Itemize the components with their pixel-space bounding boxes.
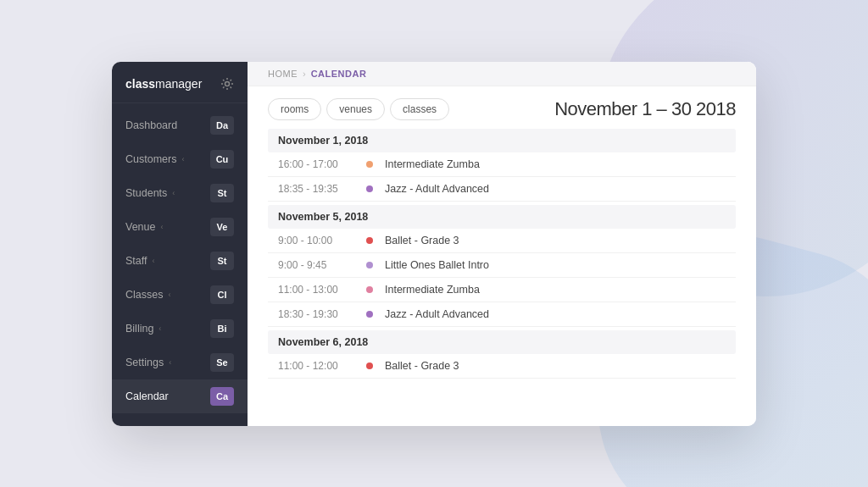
event-time: 18:35 - 19:35	[278, 183, 354, 195]
nav-label: Staff	[125, 255, 147, 267]
content-area: roomsvenuesclasses November 1 – 30 2018 …	[248, 86, 756, 426]
content-header: roomsvenuesclasses November 1 – 30 2018	[248, 86, 756, 129]
event-time: 9:00 - 9:45	[278, 259, 354, 271]
chevron-icon: ‹	[159, 324, 161, 333]
filter-btn-rooms[interactable]: rooms	[268, 98, 321, 120]
event-row: 9:00 - 10:00 Ballet - Grade 3	[268, 229, 736, 253]
event-name: Jazz - Adult Advanced	[385, 308, 489, 320]
filter-buttons: roomsvenuesclasses	[268, 98, 449, 120]
sidebar-item-billing[interactable]: Billing ‹ Bi	[112, 312, 248, 346]
sidebar-item-students[interactable]: Students ‹ St	[112, 176, 248, 210]
nav-badge: St	[210, 184, 234, 202]
event-dot	[366, 286, 373, 293]
sidebar-header: classmanager	[112, 62, 248, 103]
event-time: 18:30 - 19:30	[278, 308, 354, 320]
date-group: November 6, 2018 11:00 - 12:00 Ballet - …	[268, 330, 736, 379]
event-time: 11:00 - 12:00	[278, 360, 354, 372]
filter-btn-classes[interactable]: classes	[390, 98, 449, 120]
nav-items: Dashboard Da Customers ‹ Cu Students ‹ S…	[112, 103, 248, 426]
nav-label: Customers	[125, 153, 176, 165]
event-row: 11:00 - 12:00 Ballet - Grade 3	[268, 354, 736, 379]
nav-item-left: Customers ‹	[125, 153, 184, 165]
nav-item-left: Venue ‹	[125, 221, 163, 233]
event-name: Jazz - Adult Advanced	[385, 183, 489, 195]
main-content: HOME › CALENDAR roomsvenuesclasses Novem…	[248, 62, 756, 426]
nav-item-left: Students ‹	[125, 187, 175, 199]
chevron-icon: ‹	[152, 257, 154, 265]
breadcrumb: HOME › CALENDAR	[248, 62, 756, 86]
sidebar-item-staff[interactable]: Staff ‹ St	[112, 244, 248, 278]
event-time: 9:00 - 10:00	[278, 235, 354, 246]
nav-badge: Cu	[210, 150, 234, 169]
breadcrumb-separator: ›	[303, 69, 306, 79]
event-dot	[366, 262, 373, 268]
nav-item-left: Billing ‹	[125, 323, 161, 335]
event-name: Intermediate Zumba	[385, 284, 480, 296]
nav-label: Classes	[125, 289, 163, 301]
app-window: classmanager Dashboard Da Customers ‹ Cu…	[112, 62, 756, 426]
sidebar-item-venue[interactable]: Venue ‹ Ve	[112, 210, 248, 244]
chevron-icon: ‹	[169, 358, 171, 367]
sidebar-item-customers[interactable]: Customers ‹ Cu	[112, 142, 248, 176]
event-name: Intermediate Zumba	[385, 158, 480, 170]
event-dot	[366, 185, 373, 192]
nav-item-left: Dashboard	[125, 119, 177, 131]
event-row: 18:30 - 19:30 Jazz - Adult Advanced	[268, 302, 736, 327]
svg-point-0	[225, 81, 230, 86]
nav-item-left: Staff ‹	[125, 255, 154, 267]
nav-label: Billing	[125, 323, 153, 335]
chevron-icon: ‹	[168, 291, 170, 299]
date-header: November 5, 2018	[268, 205, 736, 229]
sidebar-item-dashboard[interactable]: Dashboard Da	[112, 108, 248, 142]
event-row: 18:35 - 19:35 Jazz - Adult Advanced	[268, 177, 736, 202]
sidebar-item-calendar[interactable]: Calendar Ca	[112, 379, 248, 413]
nav-badge: Ve	[210, 218, 234, 236]
month-title: November 1 – 30 2018	[554, 98, 736, 120]
nav-badge: Ca	[210, 387, 234, 406]
event-name: Ballet - Grade 3	[385, 360, 459, 372]
nav-label: Venue	[125, 221, 155, 233]
event-dot	[366, 362, 373, 369]
nav-item-left: Settings ‹	[125, 357, 171, 368]
date-group: November 5, 2018 9:00 - 10:00 Ballet - G…	[268, 205, 736, 327]
sidebar-item-classes[interactable]: Classes ‹ Cl	[112, 278, 248, 312]
calendar-list: November 1, 2018 16:00 - 17:00 Intermedi…	[248, 129, 756, 396]
event-name: Ballet - Grade 3	[385, 235, 459, 246]
event-row: 9:00 - 9:45 Little Ones Ballet Intro	[268, 253, 736, 278]
app-logo: classmanager	[125, 77, 202, 91]
date-header: November 1, 2018	[268, 129, 736, 152]
event-time: 16:00 - 17:00	[278, 158, 354, 170]
event-dot	[366, 311, 373, 318]
sidebar-item-settings[interactable]: Settings ‹ Se	[112, 346, 248, 379]
event-dot	[366, 161, 373, 168]
nav-label: Students	[125, 187, 167, 199]
nav-badge: Da	[210, 116, 234, 135]
nav-label: Calendar	[125, 390, 169, 402]
nav-label: Dashboard	[125, 119, 177, 131]
date-header: November 6, 2018	[268, 330, 736, 354]
filter-btn-venues[interactable]: venues	[326, 98, 385, 120]
nav-badge: Cl	[210, 285, 234, 304]
breadcrumb-current: CALENDAR	[311, 69, 367, 79]
chevron-icon: ‹	[172, 189, 175, 197]
chevron-icon: ‹	[181, 155, 184, 163]
sidebar: classmanager Dashboard Da Customers ‹ Cu…	[112, 62, 248, 426]
event-row: 16:00 - 17:00 Intermediate Zumba	[268, 152, 736, 177]
breadcrumb-home: HOME	[268, 69, 298, 79]
settings-icon[interactable]	[220, 77, 234, 91]
logo-light: manager	[155, 77, 202, 91]
date-group: November 1, 2018 16:00 - 17:00 Intermedi…	[268, 129, 736, 202]
nav-badge: Bi	[210, 319, 234, 338]
nav-label: Settings	[125, 357, 164, 368]
nav-badge: St	[210, 252, 234, 270]
nav-item-left: Calendar	[125, 390, 169, 402]
event-time: 11:00 - 13:00	[278, 284, 354, 296]
logo-bold: class	[125, 77, 155, 91]
event-row: 11:00 - 13:00 Intermediate Zumba	[268, 278, 736, 302]
nav-badge: Se	[210, 353, 234, 372]
event-name: Little Ones Ballet Intro	[385, 259, 489, 271]
chevron-icon: ‹	[160, 223, 163, 231]
event-dot	[366, 237, 373, 244]
nav-item-left: Classes ‹	[125, 289, 170, 301]
